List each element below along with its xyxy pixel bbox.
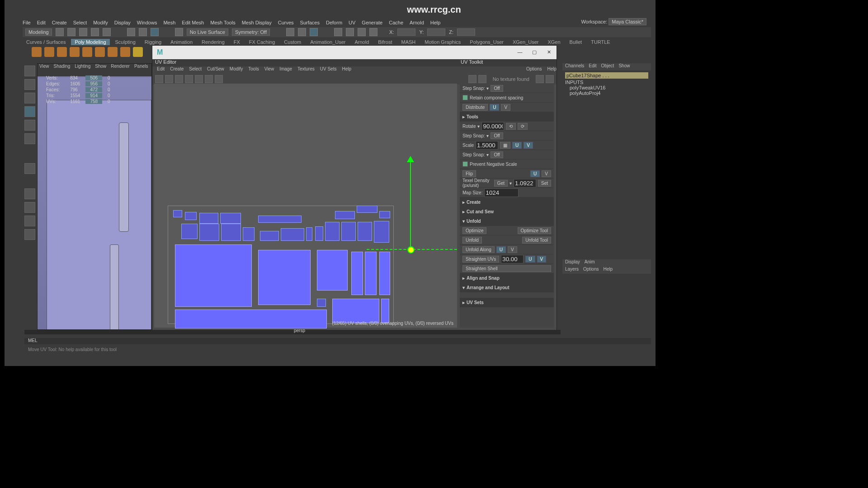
rotate-field[interactable]	[481, 122, 504, 131]
straighten-v-button[interactable]: V	[537, 256, 547, 263]
get-button[interactable]: Get	[494, 180, 508, 187]
rotate-ccw-icon[interactable]: ⟲	[506, 123, 516, 130]
retain-checkbox[interactable]	[462, 95, 468, 100]
poly-type-icon[interactable]	[133, 47, 143, 57]
uv-create[interactable]: Create	[170, 66, 184, 74]
live-icon[interactable]	[175, 28, 183, 36]
render-icon-1[interactable]	[334, 28, 342, 36]
menu-uv[interactable]: UV	[349, 20, 355, 25]
unfold-u-button[interactable]: U	[496, 246, 506, 253]
stepsnap-off-button[interactable]: Off	[491, 85, 503, 92]
layout-icon-1[interactable]	[24, 188, 35, 199]
poly-cylinder-icon[interactable]	[57, 47, 67, 57]
poly-torus-icon[interactable]	[82, 47, 92, 57]
texel-field[interactable]	[514, 179, 536, 188]
command-line[interactable]: MEL	[24, 338, 651, 344]
menu-generate[interactable]: Generate	[362, 20, 382, 25]
layers-options[interactable]: Options	[583, 267, 599, 274]
mode-dropdown[interactable]: Modeling	[25, 28, 52, 36]
ch-channels-tab[interactable]: Channels	[565, 63, 584, 70]
distribute-u-button[interactable]: U	[490, 104, 499, 111]
uv-tb-icon[interactable]	[195, 75, 203, 83]
poly-cone-icon[interactable]	[70, 47, 80, 57]
tk-options[interactable]: Options	[526, 66, 542, 74]
gate-icon[interactable]	[310, 28, 318, 36]
move-gizmo-y-icon[interactable]	[407, 156, 414, 162]
layout-icon-3[interactable]	[24, 216, 35, 226]
stepsnap-off-button[interactable]: Off	[491, 132, 503, 139]
unfold-tool-button[interactable]: Unfold Tool	[522, 237, 551, 244]
uv-canvas[interactable]: (12/65) UV shells, (0/0) overlapping UVs…	[154, 84, 457, 328]
vp-show[interactable]: Show	[95, 64, 106, 70]
select-tool-icon[interactable]	[24, 66, 35, 76]
menu-curves[interactable]: Curves	[278, 20, 294, 25]
mapsize-field[interactable]	[484, 188, 519, 197]
shelf-xgenuser[interactable]: XGen_User	[509, 39, 542, 45]
straighten-button[interactable]: Straighten UVs	[462, 256, 499, 263]
shelf-turtle[interactable]: TURTLE	[587, 39, 614, 45]
menu-windows[interactable]: Windows	[137, 20, 157, 25]
menu-meshtools[interactable]: Mesh Tools	[210, 20, 235, 25]
chevron-down-icon[interactable]: ▾	[486, 86, 489, 91]
display-tab[interactable]: Display	[565, 259, 580, 267]
snap-icon-1[interactable]	[127, 28, 135, 36]
move-gizmo-y-axis[interactable]	[410, 162, 411, 248]
outliner-icon[interactable]	[24, 229, 35, 240]
move-tool-icon[interactable]	[24, 106, 35, 117]
shelf-rendering[interactable]: Rendering	[198, 39, 228, 45]
uv-tb-icon[interactable]	[165, 75, 173, 83]
uv-snap-icon[interactable]	[546, 75, 554, 83]
menu-file[interactable]: File	[23, 20, 31, 25]
uv-cutsew[interactable]: Cut/Sew	[207, 66, 224, 74]
unfold-v-button[interactable]: V	[508, 246, 517, 253]
time-slider[interactable]	[24, 330, 561, 334]
vp-view[interactable]: View	[39, 64, 49, 70]
redo-icon[interactable]	[103, 28, 111, 36]
uv-tb-icon[interactable]	[155, 75, 163, 83]
chevron-down-icon[interactable]: ▾	[509, 181, 512, 186]
shelf-sculpting[interactable]: Sculpting	[112, 39, 139, 45]
input-node[interactable]: polyTweakUV16	[565, 85, 648, 90]
workspace-selector[interactable]: Workspace: Maya Classic*	[581, 19, 646, 24]
set-button[interactable]: Set	[538, 180, 551, 187]
chevron-down-icon[interactable]: ▾	[486, 152, 489, 157]
distribute-v-button[interactable]: V	[501, 104, 510, 111]
uv-select[interactable]: Select	[189, 66, 202, 74]
minimize-icon[interactable]: —	[517, 49, 523, 56]
tools-section[interactable]: ▸	[462, 114, 465, 119]
shelf-polymodeling[interactable]: Poly Modeling	[71, 39, 109, 45]
create-section[interactable]: ▸	[462, 200, 465, 205]
shelf-fxcaching[interactable]: FX Caching	[245, 39, 278, 45]
menu-select[interactable]: Select	[73, 20, 87, 25]
y-field[interactable]	[427, 28, 445, 36]
shelf-fx[interactable]: FX	[230, 39, 244, 45]
playblast-icon[interactable]	[369, 28, 377, 36]
menu-create[interactable]: Create	[52, 20, 67, 25]
unfold-button[interactable]: Unfold	[462, 237, 482, 244]
live-surface-dropdown[interactable]: No Live Surface	[187, 28, 228, 36]
uv-uvsets[interactable]: UV Sets	[320, 66, 337, 74]
scale-lock-icon[interactable]: ▦	[500, 142, 510, 149]
snap-icon-3[interactable]	[151, 28, 159, 36]
uv-view[interactable]: View	[264, 66, 274, 74]
tk-help[interactable]: Help	[547, 66, 557, 74]
straighten-field[interactable]	[501, 255, 524, 263]
uv-image[interactable]: Image	[279, 66, 292, 74]
flip-v-button[interactable]: V	[542, 170, 551, 177]
cutsew-section[interactable]: ▸	[462, 209, 465, 214]
shelf-polyuser[interactable]: Polygons_User	[466, 39, 507, 45]
poly-sphere-icon[interactable]	[44, 47, 54, 57]
scale-v-button[interactable]: V	[524, 142, 533, 149]
uv-modify[interactable]: Modify	[230, 66, 243, 74]
node-name[interactable]: pCube17Shape . . .	[565, 72, 648, 79]
shelf-bullet[interactable]: Bullet	[566, 39, 586, 45]
menu-mesh[interactable]: Mesh	[163, 20, 175, 25]
uv-textures[interactable]: Textures	[297, 66, 315, 74]
menu-deform[interactable]: Deform	[326, 20, 342, 25]
vp-lighting[interactable]: Lighting	[75, 64, 90, 70]
ch-edit-tab[interactable]: Edit	[589, 63, 596, 70]
scale-field[interactable]	[476, 141, 498, 150]
straighten-u-button[interactable]: U	[525, 256, 535, 263]
stepsnap-off-button[interactable]: Off	[491, 151, 503, 158]
save-icon[interactable]	[79, 28, 87, 36]
